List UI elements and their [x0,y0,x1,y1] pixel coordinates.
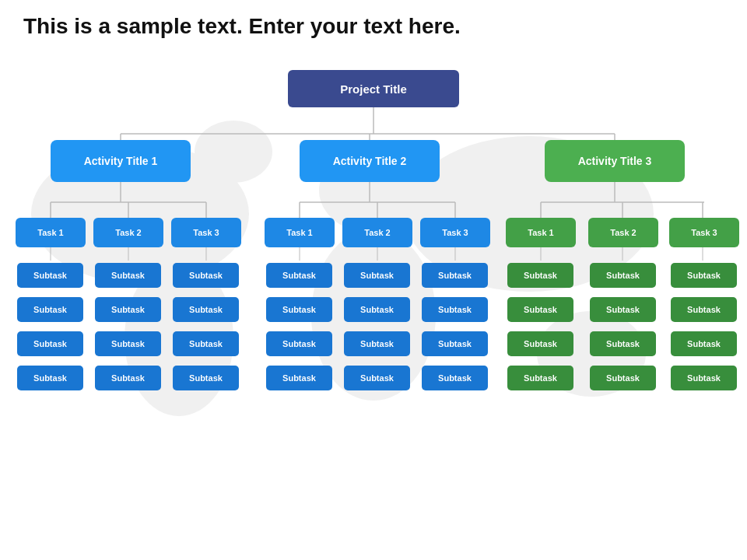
subtask-a1t3-r3[interactable]: Subtask [173,331,239,356]
subtask-a3t3-r1[interactable]: Subtask [671,263,737,288]
subtask-a3t1-r1[interactable]: Subtask [507,263,573,288]
subtask-a3t1-r3[interactable]: Subtask [507,331,573,356]
subtask-a2t1-r2[interactable]: Subtask [266,297,332,322]
subtask-a2t1-r3[interactable]: Subtask [266,331,332,356]
subtask-a3t2-r4[interactable]: Subtask [590,366,656,390]
activity-title-1-box[interactable]: Activity Title 1 [51,140,191,182]
subtask-a1t2-r4[interactable]: Subtask [95,366,161,390]
subtask-a1t1-r3[interactable]: Subtask [17,331,83,356]
subtask-a1t2-r3[interactable]: Subtask [95,331,161,356]
task-a3-2[interactable]: Task 2 [588,218,658,247]
subtask-a3t2-r3[interactable]: Subtask [590,331,656,356]
diagram-area: Project Title Activity Title 1 Activity … [0,47,747,544]
subtask-a3t3-r2[interactable]: Subtask [671,297,737,322]
task-a2-3[interactable]: Task 3 [420,218,490,247]
subtask-a2t3-r4[interactable]: Subtask [422,366,488,390]
world-map-background [0,62,747,521]
subtask-a2t2-r1[interactable]: Subtask [344,263,410,288]
page-title: This is a sample text. Enter your text h… [23,14,724,39]
subtask-a3t2-r2[interactable]: Subtask [590,297,656,322]
subtask-a2t3-r3[interactable]: Subtask [422,331,488,356]
subtask-a3t2-r1[interactable]: Subtask [590,263,656,288]
task-a3-3[interactable]: Task 3 [669,218,739,247]
subtask-a2t2-r3[interactable]: Subtask [344,331,410,356]
subtask-a2t2-r2[interactable]: Subtask [344,297,410,322]
subtask-a3t1-r2[interactable]: Subtask [507,297,573,322]
subtask-a1t2-r2[interactable]: Subtask [95,297,161,322]
connectors-svg [0,47,747,544]
header: This is a sample text. Enter your text h… [0,0,747,47]
task-a1-1[interactable]: Task 1 [16,218,86,247]
subtask-a3t1-r4[interactable]: Subtask [507,366,573,390]
subtask-a3t3-r4[interactable]: Subtask [671,366,737,390]
subtask-a1t3-r4[interactable]: Subtask [173,366,239,390]
svg-point-6 [195,121,272,183]
task-a3-1[interactable]: Task 1 [506,218,576,247]
task-a2-1[interactable]: Task 1 [265,218,335,247]
subtask-a2t2-r4[interactable]: Subtask [344,366,410,390]
task-a1-2[interactable]: Task 2 [93,218,163,247]
task-a2-2[interactable]: Task 2 [342,218,412,247]
subtask-a2t1-r4[interactable]: Subtask [266,366,332,390]
subtask-a2t3-r2[interactable]: Subtask [422,297,488,322]
subtask-a1t1-r2[interactable]: Subtask [17,297,83,322]
subtask-a1t1-r4[interactable]: Subtask [17,366,83,390]
activity-title-2-box[interactable]: Activity Title 2 [300,140,440,182]
project-title-box[interactable]: Project Title [288,70,459,107]
subtask-a1t1-r1[interactable]: Subtask [17,263,83,288]
subtask-a2t3-r1[interactable]: Subtask [422,263,488,288]
subtask-a1t3-r2[interactable]: Subtask [173,297,239,322]
subtask-a2t1-r1[interactable]: Subtask [266,263,332,288]
subtask-a3t3-r3[interactable]: Subtask [671,331,737,356]
subtask-a1t2-r1[interactable]: Subtask [95,263,161,288]
activity-title-3-box[interactable]: Activity Title 3 [545,140,685,182]
subtask-a1t3-r1[interactable]: Subtask [173,263,239,288]
task-a1-3[interactable]: Task 3 [171,218,241,247]
